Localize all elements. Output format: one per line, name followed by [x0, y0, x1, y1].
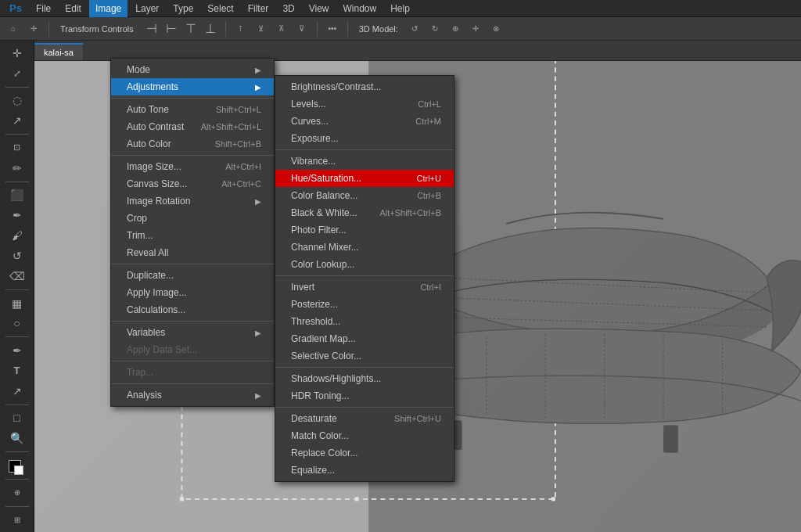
- history-tool[interactable]: ↺: [5, 246, 30, 265]
- healing-tool[interactable]: ⬛: [5, 186, 30, 205]
- adj-equalize[interactable]: Equalize...: [275, 462, 454, 479]
- adj-brightness-contrast[interactable]: Brightness/Contrast...: [275, 78, 454, 95]
- adj-levels[interactable]: Levels... Ctrl+L: [275, 95, 454, 113]
- menu-analysis[interactable]: Analysis ▶: [111, 386, 274, 404]
- menu-3d[interactable]: 3D: [276, 0, 300, 17]
- menu-auto-contrast[interactable]: Auto Contrast Alt+Shift+Ctrl+L: [111, 118, 274, 135]
- menu-apply-data-set[interactable]: Apply Data Set...: [111, 341, 274, 358]
- pan-3d-icon[interactable]: ✛: [467, 20, 484, 38]
- menu-type[interactable]: Type: [167, 0, 199, 17]
- adj-desaturate[interactable]: Desaturate Shift+Ctrl+U: [275, 410, 454, 427]
- menu-trim[interactable]: Trim...: [111, 227, 274, 244]
- adj-hue-saturation[interactable]: Hue/Saturation... Ctrl+U: [275, 170, 454, 187]
- adj-match-color[interactable]: Match Color...: [275, 427, 454, 444]
- document-tab[interactable]: kalai-sa: [34, 43, 84, 60]
- menu-adjustments[interactable]: Adjustments ▶: [111, 78, 274, 95]
- adj-selective-color[interactable]: Selective Color...: [275, 347, 454, 365]
- menu-view[interactable]: View: [303, 0, 336, 17]
- adj-curves[interactable]: Curves... Ctrl+M: [275, 113, 454, 130]
- magic-wand-tool[interactable]: ↗: [5, 111, 30, 130]
- slide-3d-icon[interactable]: ⊗: [487, 20, 505, 38]
- sep1: [111, 98, 274, 99]
- menu-image[interactable]: Image: [89, 0, 128, 17]
- stamp-tool[interactable]: 🖌: [5, 226, 30, 245]
- adj-threshold[interactable]: Threshold...: [275, 313, 454, 330]
- adj-vibrance[interactable]: Vibrance...: [275, 153, 454, 170]
- menu-file[interactable]: File: [30, 0, 57, 17]
- gradient-tool[interactable]: ▦: [5, 294, 30, 313]
- crop-tool[interactable]: ⊡: [5, 138, 30, 157]
- menu-edit[interactable]: Edit: [59, 0, 88, 17]
- adj-sep4: [275, 407, 454, 408]
- menu-auto-color[interactable]: Auto Color Shift+Ctrl+B: [111, 135, 274, 153]
- menu-canvas-size[interactable]: Canvas Size... Alt+Ctrl+C: [111, 175, 274, 192]
- tool-separator: [5, 87, 29, 88]
- adj-color-balance[interactable]: Color Balance... Ctrl+B: [275, 187, 454, 204]
- menu-filter[interactable]: Filter: [242, 0, 275, 17]
- more-icon[interactable]: •••: [324, 20, 341, 38]
- screen-mode[interactable]: ⊞: [5, 510, 30, 529]
- adj-invert[interactable]: Invert Ctrl+I: [275, 279, 454, 296]
- adj-replace-color[interactable]: Replace Color...: [275, 444, 454, 462]
- adj-channel-mixer[interactable]: Channel Mixer...: [275, 239, 454, 256]
- align-bot-icon[interactable]: ⊼: [273, 20, 290, 38]
- tool-separator8: [5, 479, 29, 480]
- type-tool[interactable]: T: [5, 361, 30, 380]
- menu-reveal-all[interactable]: Reveal All: [111, 244, 274, 261]
- align-mid-icon[interactable]: ⊻: [253, 20, 270, 38]
- rotate-3d-icon[interactable]: ↺: [406, 20, 423, 38]
- tool-separator9: [5, 506, 29, 507]
- roll-3d-icon[interactable]: ⊕: [447, 20, 464, 38]
- move-tool-icon[interactable]: ✛: [25, 20, 42, 38]
- align-center-icon[interactable]: ⊢: [163, 20, 180, 38]
- quick-mask[interactable]: ⊕: [5, 483, 30, 502]
- menu-select[interactable]: Select: [201, 0, 239, 17]
- align-top-icon[interactable]: ⊺: [232, 20, 250, 38]
- foreground-color[interactable]: [5, 456, 30, 475]
- ps-logo[interactable]: Ps: [3, 0, 28, 17]
- lasso-tool[interactable]: ◌: [5, 92, 30, 110]
- menu-trap[interactable]: Trap...: [111, 364, 274, 381]
- svg-rect-8: [180, 497, 184, 501]
- shape-tool[interactable]: □: [5, 409, 30, 428]
- dist-icon[interactable]: ⊽: [293, 20, 311, 38]
- zoom-tool[interactable]: 🔍: [5, 429, 30, 448]
- brush-tool[interactable]: ✒: [5, 206, 30, 225]
- tool-separator3: [5, 182, 29, 182]
- menu-mode[interactable]: Mode ▶: [111, 61, 274, 78]
- path-tool[interactable]: ↗: [5, 382, 30, 401]
- menu-crop[interactable]: Crop: [111, 210, 274, 227]
- align-right-icon[interactable]: ⊤: [182, 20, 199, 38]
- menu-variables[interactable]: Variables ▶: [111, 324, 274, 341]
- align-left-icon[interactable]: ⊣: [143, 20, 160, 38]
- menu-image-rotation[interactable]: Image Rotation ▶: [111, 192, 274, 210]
- menu-bar[interactable]: Ps File Edit Image Layer Type Select Fil…: [0, 0, 801, 17]
- separator3: [317, 21, 318, 37]
- move-tool[interactable]: ✛: [5, 44, 30, 63]
- distribute-icon[interactable]: ⊥: [202, 20, 219, 38]
- menu-layer[interactable]: Layer: [129, 0, 165, 17]
- menu-calculations[interactable]: Calculations...: [111, 301, 274, 318]
- adj-exposure[interactable]: Exposure...: [275, 130, 454, 147]
- adj-photo-filter[interactable]: Photo Filter...: [275, 221, 454, 239]
- adj-posterize[interactable]: Posterize...: [275, 296, 454, 313]
- menu-duplicate[interactable]: Duplicate...: [111, 267, 274, 284]
- menu-image-size[interactable]: Image Size... Alt+Ctrl+I: [111, 158, 274, 175]
- home-icon[interactable]: ⌂: [5, 20, 22, 38]
- adj-hdr-toning[interactable]: HDR Toning...: [275, 387, 454, 404]
- adj-shadows-highlights[interactable]: Shadows/Highlights...: [275, 370, 454, 387]
- adj-color-lookup[interactable]: Color Lookup...: [275, 256, 454, 273]
- adj-black-white[interactable]: Black & White... Alt+Shift+Ctrl+B: [275, 204, 454, 221]
- scale-3d-icon[interactable]: ↻: [426, 20, 444, 38]
- pen-tool[interactable]: ✒: [5, 341, 30, 360]
- eraser-tool[interactable]: ⌫: [5, 267, 30, 286]
- menu-apply-image[interactable]: Apply Image...: [111, 284, 274, 301]
- menu-window[interactable]: Window: [337, 0, 383, 17]
- dodge-tool[interactable]: ○: [5, 315, 30, 333]
- menu-help[interactable]: Help: [384, 0, 416, 17]
- menu-auto-tone[interactable]: Auto Tone Shift+Ctrl+L: [111, 101, 274, 118]
- eyedropper-tool[interactable]: ✏: [5, 159, 30, 178]
- main-area: ✛ ⤢ ◌ ↗ ⊡ ✏ ⬛ ✒ 🖌 ↺ ⌫ ▦ ○ ✒ T ↗ □ 🔍 ⊕ ⊞: [0, 41, 801, 532]
- adj-gradient-map[interactable]: Gradient Map...: [275, 330, 454, 347]
- select-tool[interactable]: ⤢: [5, 64, 30, 83]
